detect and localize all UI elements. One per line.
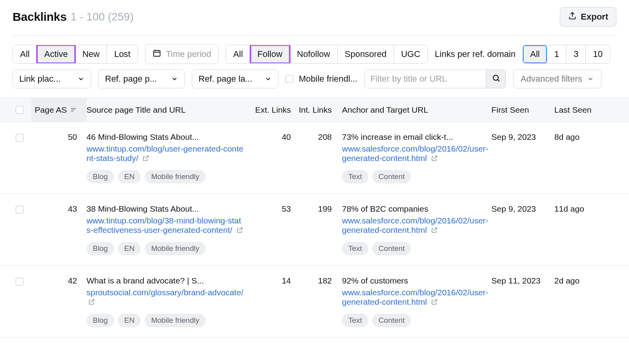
- linktype-tab-nofollow[interactable]: Nofollow: [290, 45, 337, 63]
- anchor-url[interactable]: www.salesforce.com/blog/2016/02/user-gen…: [342, 216, 488, 234]
- anchor-url[interactable]: www.salesforce.com/blog/2016/02/user-gen…: [342, 288, 488, 306]
- page-as-value: 50: [31, 132, 86, 142]
- mobile-friendly-filter[interactable]: Mobile friendl...: [285, 74, 357, 84]
- chevron-down-icon: [77, 75, 85, 82]
- external-link-icon[interactable]: [431, 226, 438, 236]
- tag: Text: [342, 314, 368, 327]
- chevron-down-icon: [587, 75, 594, 82]
- links-per-tab-all[interactable]: All: [523, 45, 547, 63]
- links-per-tab-10[interactable]: 10: [586, 45, 609, 63]
- export-label: Export: [581, 12, 608, 22]
- external-link-icon[interactable]: [142, 154, 149, 164]
- anchor-tags: TextContent: [342, 314, 491, 327]
- row-checkbox[interactable]: [16, 278, 24, 285]
- col-source[interactable]: Source page Title and URL: [86, 105, 244, 115]
- mobile-friendly-label: Mobile friendl...: [299, 74, 357, 84]
- tag: Text: [342, 242, 368, 255]
- page-header: Backlinks 1 - 100 (259) Export: [13, 0, 616, 36]
- status-tab-all[interactable]: All: [13, 45, 37, 63]
- links-per-domain-label: Links per ref. domain: [435, 49, 515, 59]
- col-anchor[interactable]: Anchor and Target URL: [342, 105, 491, 115]
- tag: Content: [372, 314, 411, 327]
- source-tags: BlogENMobile friendly: [86, 242, 244, 255]
- ref-page-platform-dropdown[interactable]: Ref. page p...: [98, 70, 185, 88]
- tag: Content: [372, 170, 411, 183]
- col-last-seen[interactable]: Last Seen: [554, 105, 621, 115]
- page-as-value: 42: [31, 276, 86, 285]
- status-tab-active[interactable]: Active: [37, 45, 75, 63]
- tag: Blog: [86, 242, 114, 255]
- time-period-label: Time period: [166, 49, 211, 59]
- chevron-down-icon: [171, 75, 178, 82]
- row-checkbox[interactable]: [16, 134, 24, 142]
- table-row: 50 46 Mind-Blowing Stats About... www.ti…: [0, 122, 629, 194]
- col-int-links[interactable]: Int. Links: [291, 105, 342, 115]
- select-all-checkbox[interactable]: [16, 106, 24, 114]
- anchor-text: 73% increase in email click-t...: [342, 132, 491, 142]
- tag: Mobile friendly: [145, 314, 206, 327]
- status-segmented: All Active New Lost: [13, 45, 138, 64]
- linktype-tab-ugc[interactable]: UGC: [394, 45, 427, 63]
- status-tab-lost[interactable]: Lost: [107, 45, 138, 63]
- col-first-seen[interactable]: First Seen: [491, 105, 554, 115]
- anchor-url[interactable]: www.salesforce.com/blog/2016/02/user-gen…: [342, 144, 488, 163]
- source-url[interactable]: www.tintup.com/blog/user-generated-conte…: [86, 144, 243, 163]
- col-ext-links[interactable]: Ext. Links: [244, 105, 291, 115]
- row-checkbox[interactable]: [16, 206, 24, 214]
- linktype-tab-sponsored[interactable]: Sponsored: [338, 45, 394, 63]
- external-link-icon[interactable]: [431, 154, 438, 164]
- tag: Content: [372, 242, 411, 255]
- link-placement-dropdown[interactable]: Link plac...: [13, 70, 91, 88]
- calendar-icon: [153, 49, 161, 60]
- ref-page-language-label: Ref. page la...: [199, 74, 259, 84]
- source-url[interactable]: sproutsocial.com/glossary/brand-advocate…: [86, 288, 243, 297]
- anchor-tags: TextContent: [342, 242, 491, 255]
- last-seen-value: 2d ago: [554, 276, 621, 327]
- first-seen-value: Sep 9, 2023: [491, 132, 554, 183]
- first-seen-value: Sep 9, 2023: [491, 204, 554, 255]
- svg-rect-2: [71, 108, 76, 109]
- links-per-tab-1[interactable]: 1: [547, 45, 566, 63]
- last-seen-value: 8d ago: [554, 132, 621, 183]
- time-period-picker[interactable]: Time period: [145, 44, 219, 64]
- first-seen-value: Sep 11, 2023: [491, 276, 554, 327]
- linktype-tab-all[interactable]: All: [226, 45, 250, 63]
- links-per-tab-3[interactable]: 3: [566, 45, 586, 63]
- table-row: 43 38 Mind-Blowing Stats About... www.ti…: [0, 194, 629, 266]
- source-tags: BlogENMobile friendly: [86, 170, 244, 183]
- anchor-text: 92% of customers: [342, 276, 491, 285]
- export-icon: [568, 11, 577, 22]
- export-button[interactable]: Export: [560, 7, 616, 27]
- search-icon: [492, 74, 500, 84]
- link-placement-label: Link plac...: [19, 74, 72, 84]
- status-tab-new[interactable]: New: [75, 45, 107, 63]
- col-page-as[interactable]: Page AS: [31, 98, 86, 122]
- linktype-tab-follow[interactable]: Follow: [250, 45, 290, 63]
- ext-links-value: 14: [244, 276, 291, 327]
- ref-page-platform-label: Ref. page p...: [105, 74, 166, 84]
- tag: Blog: [86, 314, 114, 327]
- source-tags: BlogENMobile friendly: [86, 314, 244, 327]
- int-links-value: 199: [291, 204, 342, 255]
- table-header: Page AS Source page Title and URL Ext. L…: [0, 98, 629, 122]
- svg-rect-3: [71, 110, 74, 110]
- ref-page-language-dropdown[interactable]: Ref. page la...: [192, 70, 278, 88]
- external-link-icon[interactable]: [236, 226, 243, 236]
- chevron-down-icon: [265, 75, 272, 82]
- int-links-value: 208: [291, 132, 342, 183]
- links-per-segmented: All 1 3 10: [522, 45, 610, 64]
- anchor-tags: TextContent: [342, 170, 491, 183]
- source-url[interactable]: www.tintup.com/blog/38-mind-blowing-stat…: [86, 216, 241, 234]
- tag: EN: [118, 242, 141, 255]
- linktype-segmented: All Follow Nofollow Sponsored UGC: [226, 45, 428, 64]
- advanced-filters-button[interactable]: Advanced filters: [513, 70, 601, 88]
- external-link-icon[interactable]: [88, 298, 95, 307]
- tag: EN: [118, 314, 141, 327]
- col-page-as-label: Page AS: [35, 105, 67, 115]
- mobile-friendly-checkbox[interactable]: [285, 75, 293, 83]
- external-link-icon[interactable]: [431, 298, 438, 307]
- search-button[interactable]: [486, 70, 506, 88]
- search-input[interactable]: [365, 70, 486, 88]
- page-as-value: 43: [31, 204, 86, 214]
- anchor-text: 78% of B2C companies: [342, 204, 491, 214]
